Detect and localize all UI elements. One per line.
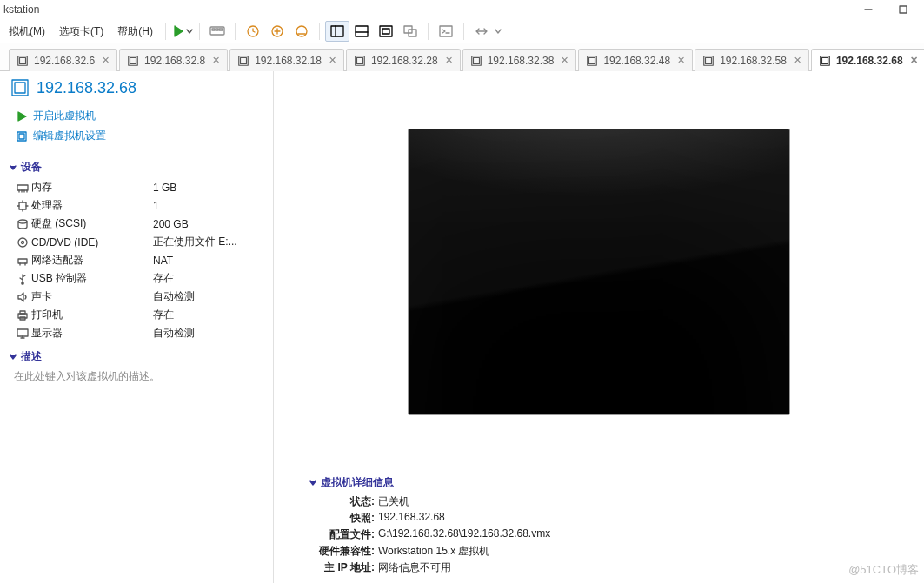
close-icon[interactable]: ✕ xyxy=(102,55,110,66)
details-header[interactable]: 虚拟机详细信息 xyxy=(309,475,915,490)
view-fullscreen-button[interactable] xyxy=(374,21,398,42)
memory-icon xyxy=(14,182,31,194)
power-on-link[interactable]: 开启此虚拟机 xyxy=(16,106,264,126)
svg-rect-10 xyxy=(380,26,392,36)
device-usb[interactable]: USB 控制器存在 xyxy=(9,269,264,288)
tab-vm-2[interactable]: 192.168.32.18✕ xyxy=(229,49,344,71)
separator xyxy=(165,23,166,40)
tab-label: 192.168.32.38 xyxy=(488,55,555,67)
device-cddvd[interactable]: CD/DVD (IDE)正在使用文件 E:... xyxy=(9,233,264,251)
devices-header[interactable]: 设备 xyxy=(9,160,264,175)
chevron-down-icon[interactable] xyxy=(494,25,502,37)
edit-settings-link[interactable]: 编辑虚拟机设置 xyxy=(16,126,264,146)
app-title: kstation xyxy=(3,3,39,16)
detail-hardware: 硬件兼容性:Workstation 15.x 虚拟机 xyxy=(309,543,915,560)
close-icon[interactable]: ✕ xyxy=(561,55,568,66)
svg-rect-36 xyxy=(19,202,26,209)
tab-vm-4[interactable]: 192.168.32.38✕ xyxy=(462,49,577,71)
power-on-button[interactable] xyxy=(171,24,194,38)
svg-point-7 xyxy=(296,26,307,36)
svg-point-38 xyxy=(18,238,27,247)
svg-rect-22 xyxy=(356,57,362,63)
device-disk[interactable]: 硬盘 (SCSI)200 GB xyxy=(9,215,264,233)
vm-actions: 开启此虚拟机 编辑虚拟机设置 xyxy=(9,103,264,153)
snapshot-take-button[interactable] xyxy=(241,21,265,42)
device-printer[interactable]: 打印机存在 xyxy=(9,306,264,324)
send-ctrl-alt-del-button[interactable] xyxy=(205,21,229,42)
vm-icon xyxy=(470,55,482,67)
separator xyxy=(199,23,200,40)
vm-tab-bar: 192.168.32.6✕ 192.168.32.8✕ 192.168.32.1… xyxy=(0,43,924,71)
tab-vm-7[interactable]: 192.168.32.68✕ xyxy=(811,49,924,71)
close-icon[interactable]: ✕ xyxy=(677,55,685,66)
vm-icon xyxy=(819,55,831,67)
tab-vm-6[interactable]: 192.168.32.58✕ xyxy=(695,49,809,71)
tab-vm-0[interactable]: 192.168.32.6✕ xyxy=(9,49,117,71)
detail-snapshot: 快照:192.168.32.68 xyxy=(309,510,915,527)
close-icon[interactable]: ✕ xyxy=(329,55,336,66)
svg-rect-32 xyxy=(15,83,25,93)
view-unity-button[interactable] xyxy=(398,21,422,42)
vm-title: 192.168.32.68 xyxy=(37,79,136,97)
view-thumbnails-button[interactable] xyxy=(349,21,374,42)
svg-rect-16 xyxy=(20,57,26,63)
separator xyxy=(235,23,236,40)
svg-rect-18 xyxy=(130,57,136,63)
display-icon xyxy=(14,328,31,340)
vm-screen[interactable] xyxy=(408,129,790,415)
cpu-icon xyxy=(14,200,31,212)
separator xyxy=(463,23,464,40)
close-icon[interactable]: ✕ xyxy=(212,55,220,66)
device-network[interactable]: 网络适配器NAT xyxy=(9,251,264,269)
svg-point-39 xyxy=(22,241,24,243)
device-memory[interactable]: 内存1 GB xyxy=(9,178,264,196)
detail-ip: 主 IP 地址:网络信息不可用 xyxy=(309,560,915,576)
vm-title-row: 192.168.32.68 xyxy=(9,76,264,103)
snapshot-revert-button[interactable] xyxy=(265,21,289,42)
device-sound[interactable]: 声卡自动检测 xyxy=(9,288,264,306)
tab-label: 192.168.32.8 xyxy=(144,55,205,67)
menu-help[interactable]: 帮助(H) xyxy=(110,19,160,43)
description-header[interactable]: 描述 xyxy=(9,349,264,364)
separator xyxy=(319,23,320,40)
device-list: 内存1 GB 处理器1 硬盘 (SCSI)200 GB CD/DVD (IDE)… xyxy=(9,178,264,342)
vm-icon xyxy=(354,55,366,67)
svg-rect-8 xyxy=(331,26,343,36)
svg-rect-20 xyxy=(241,57,247,63)
close-icon[interactable]: ✕ xyxy=(910,55,918,66)
separator xyxy=(428,23,429,40)
svg-rect-40 xyxy=(18,259,27,263)
vm-icon xyxy=(10,78,30,97)
detail-state: 状态:已关机 xyxy=(309,494,915,510)
view-single-button[interactable] xyxy=(325,21,349,42)
tab-label: 192.168.32.68 xyxy=(836,55,903,67)
svg-rect-28 xyxy=(706,57,712,63)
device-display[interactable]: 显示器自动检测 xyxy=(9,324,264,342)
detail-config: 配置文件:G:\192.168.32.68\192.168.32.68.vmx xyxy=(309,527,915,543)
vm-icon xyxy=(586,55,598,67)
usb-icon xyxy=(14,273,31,285)
snapshot-manager-button[interactable] xyxy=(289,21,314,42)
tab-vm-5[interactable]: 192.168.32.48✕ xyxy=(578,49,693,71)
svg-rect-2 xyxy=(212,29,215,30)
svg-rect-43 xyxy=(20,311,25,314)
console-button[interactable] xyxy=(434,21,458,42)
sound-icon xyxy=(14,291,31,303)
tab-vm-3[interactable]: 192.168.32.28✕ xyxy=(346,49,461,71)
action-label: 开启此虚拟机 xyxy=(33,109,96,123)
vm-icon xyxy=(17,55,29,67)
tab-label: 192.168.32.58 xyxy=(720,55,787,67)
menu-tabs[interactable]: 选项卡(T) xyxy=(52,19,110,43)
section-label: 描述 xyxy=(21,349,42,364)
stretch-button[interactable] xyxy=(469,21,494,42)
close-icon[interactable]: ✕ xyxy=(794,55,801,66)
device-cpu[interactable]: 处理器1 xyxy=(9,196,264,215)
description-placeholder[interactable]: 在此处键入对该虚拟机的描述。 xyxy=(9,368,264,386)
tab-vm-1[interactable]: 192.168.32.8✕ xyxy=(119,49,228,71)
minimize-button[interactable] xyxy=(851,0,886,19)
menu-vm[interactable]: 拟机(M) xyxy=(2,19,52,43)
maximize-button[interactable] xyxy=(886,0,921,19)
close-icon[interactable]: ✕ xyxy=(445,55,453,66)
svg-rect-34 xyxy=(19,134,24,139)
section-label: 虚拟机详细信息 xyxy=(321,475,394,490)
